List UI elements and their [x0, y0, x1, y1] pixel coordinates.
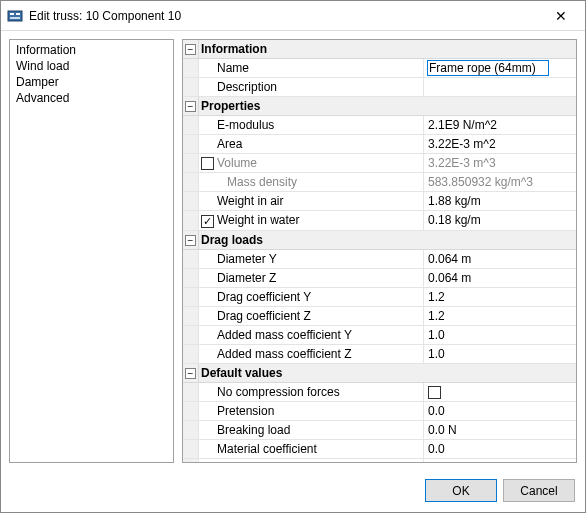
titlebar: Edit truss: 10 Component 10 ✕ [1, 1, 585, 31]
section-title: Default values [199, 363, 577, 382]
property-label: Drag coefficient Y [217, 290, 311, 304]
property-label: Added mass coefficient Y [217, 328, 352, 342]
property-label: Material coefficient [217, 442, 317, 456]
section-header-drag-loads[interactable]: −Drag loads [183, 230, 576, 249]
sidebar-item-label: Damper [16, 75, 59, 89]
window-title: Edit truss: 10 Component 10 [29, 9, 541, 23]
sidebar: Information Wind load Damper Advanced [9, 39, 174, 463]
property-value[interactable]: 0.18 kg/m [424, 211, 577, 230]
property-row-name: Name [183, 59, 576, 78]
ok-button[interactable]: OK [425, 479, 497, 502]
collapse-icon: − [185, 101, 196, 112]
property-value[interactable]: 2.1E9 N/m^2 [424, 116, 577, 135]
property-label: Added mass coefficient Z [217, 347, 352, 361]
property-grid: −InformationNameDescription−PropertiesE-… [182, 39, 577, 463]
property-value-input[interactable] [428, 61, 548, 75]
property-row-diameter-y: Diameter Y0.064 m [183, 249, 576, 268]
sidebar-item-label: Advanced [16, 91, 69, 105]
sidebar-item-wind-load[interactable]: Wind load [14, 58, 169, 74]
property-label: Mass density [227, 175, 297, 189]
property-label: Rayleigh dampening (mass) [217, 461, 366, 463]
property-row-drag-coefficient-z: Drag coefficient Z1.2 [183, 306, 576, 325]
sidebar-item-label: Wind load [16, 59, 69, 73]
property-label: E-modulus [217, 118, 274, 132]
sidebar-item-advanced[interactable]: Advanced [14, 90, 169, 106]
property-value[interactable]: 1.0 [424, 325, 577, 344]
property-row-mass-density: Mass density583.850932 kg/m^3 [183, 173, 576, 192]
property-label: Drag coefficient Z [217, 309, 311, 323]
property-row-added-mass-coefficient-z: Added mass coefficient Z1.0 [183, 344, 576, 363]
section-title: Properties [199, 97, 577, 116]
property-checkbox[interactable] [201, 157, 214, 170]
property-row-no-compression-forces: No compression forces [183, 382, 576, 401]
svg-rect-1 [10, 13, 14, 15]
sidebar-item-label: Information [16, 43, 76, 57]
section-header-default-values[interactable]: −Default values [183, 363, 576, 382]
collapse-icon: − [185, 368, 196, 379]
svg-rect-0 [8, 11, 22, 21]
property-value[interactable]: 0.064 m [424, 268, 577, 287]
property-row-pretension: Pretension0.0 [183, 401, 576, 420]
sidebar-item-damper[interactable]: Damper [14, 74, 169, 90]
section-header-properties[interactable]: −Properties [183, 97, 576, 116]
collapse-icon: − [185, 44, 196, 55]
close-button[interactable]: ✕ [541, 2, 581, 30]
property-value[interactable]: 3.22E-3 m^2 [424, 135, 577, 154]
property-label: Weight in water [217, 213, 299, 227]
property-label: Weight in air [217, 194, 283, 208]
property-row-weight-in-water: ✓Weight in water0.18 kg/m [183, 211, 576, 230]
property-row-description: Description [183, 78, 576, 97]
close-icon: ✕ [555, 8, 567, 24]
property-value[interactable]: 1.2 [424, 287, 577, 306]
section-title: Drag loads [199, 230, 577, 249]
svg-rect-3 [10, 17, 20, 19]
property-value[interactable]: 0.0 [424, 401, 577, 420]
property-label: Name [217, 61, 249, 75]
property-label: Description [217, 80, 277, 94]
property-value[interactable]: 0.0 [424, 458, 577, 463]
property-row-diameter-z: Diameter Z0.064 m [183, 268, 576, 287]
property-value[interactable] [424, 78, 577, 97]
property-label: Area [217, 137, 242, 151]
property-label: Breaking load [217, 423, 290, 437]
property-checkbox[interactable]: ✓ [201, 215, 214, 228]
property-row-rayleigh-dampening-mass: Rayleigh dampening (mass)0.0 [183, 458, 576, 463]
content-area: Information Wind load Damper Advanced −I… [1, 31, 585, 471]
cancel-button[interactable]: Cancel [503, 479, 575, 502]
property-row-area: Area3.22E-3 m^2 [183, 135, 576, 154]
value-checkbox[interactable] [428, 386, 441, 399]
property-value[interactable]: 1.2 [424, 306, 577, 325]
dialog-footer: OK Cancel [1, 471, 585, 512]
property-value[interactable] [424, 59, 577, 78]
property-label: Diameter Y [217, 252, 277, 266]
property-value[interactable] [424, 382, 577, 401]
app-icon [7, 8, 23, 24]
property-label: Volume [217, 156, 257, 170]
property-label: Diameter Z [217, 271, 276, 285]
svg-rect-2 [16, 13, 20, 15]
section-title: Information [199, 40, 577, 59]
property-value[interactable]: 3.22E-3 m^3 [424, 154, 577, 173]
property-row-breaking-load: Breaking load0.0 N [183, 420, 576, 439]
property-value[interactable]: 1.0 [424, 344, 577, 363]
property-row-e-modulus: E-modulus2.1E9 N/m^2 [183, 116, 576, 135]
property-value[interactable]: 1.88 kg/m [424, 192, 577, 211]
property-label: No compression forces [217, 385, 340, 399]
property-value[interactable]: 0.0 N [424, 420, 577, 439]
property-value[interactable]: 0.0 [424, 439, 577, 458]
property-row-added-mass-coefficient-y: Added mass coefficient Y1.0 [183, 325, 576, 344]
property-row-weight-in-air: Weight in air1.88 kg/m [183, 192, 576, 211]
section-header-information[interactable]: −Information [183, 40, 576, 59]
property-label: Pretension [217, 404, 274, 418]
property-value[interactable]: 0.064 m [424, 249, 577, 268]
collapse-icon: − [185, 235, 196, 246]
property-row-volume: Volume3.22E-3 m^3 [183, 154, 576, 173]
sidebar-item-information[interactable]: Information [14, 42, 169, 58]
property-value[interactable]: 583.850932 kg/m^3 [424, 173, 577, 192]
property-row-material-coefficient: Material coefficient0.0 [183, 439, 576, 458]
property-row-drag-coefficient-y: Drag coefficient Y1.2 [183, 287, 576, 306]
